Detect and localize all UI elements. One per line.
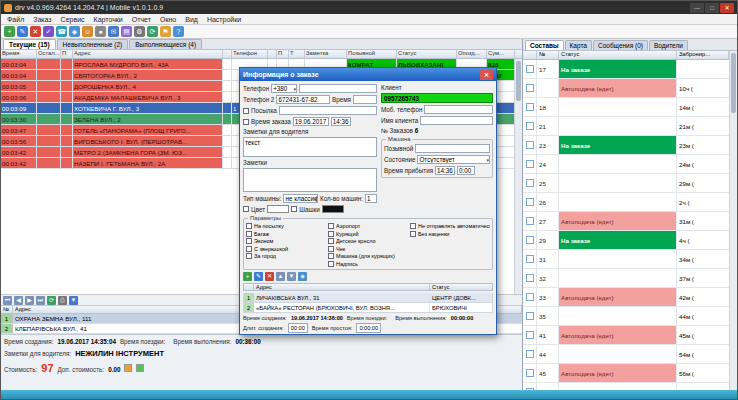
help-icon[interactable]: ? (173, 26, 184, 37)
param-option[interactable]: Детское кресло (328, 238, 408, 245)
driver-row[interactable]: 26 2ч ( (523, 193, 729, 212)
dialog-close-button[interactable]: ✕ (480, 70, 493, 80)
order-time-checkbox[interactable] (243, 119, 249, 125)
driver-row[interactable]: Автоподача (едет) 10ч ( (523, 79, 729, 98)
reports-icon[interactable]: ▤ (121, 26, 132, 37)
orders-vertical-scrollbar[interactable] (514, 59, 522, 294)
column-header[interactable]: Адрес (73, 50, 223, 58)
order-date-input[interactable]: 19.06.2017 (293, 117, 329, 126)
menu-item[interactable]: Окно (156, 16, 180, 23)
panel-tab[interactable]: Карта (565, 40, 592, 50)
driver-row[interactable]: 17 На заказе (523, 60, 729, 79)
column-header[interactable] (523, 51, 537, 59)
driver-row[interactable]: 33 Автоподача (едет) 42м ( (523, 288, 729, 307)
callsign-input[interactable] (415, 144, 490, 153)
checkers-checkbox[interactable] (291, 206, 297, 212)
client-name-input[interactable] (420, 116, 493, 125)
driver-row[interactable]: 18 14м ( (523, 98, 729, 117)
column-header[interactable]: Сум... (487, 50, 515, 58)
row-checkbox[interactable] (523, 364, 537, 382)
phone-input[interactable] (299, 84, 377, 93)
state-select[interactable]: Отсутствует (417, 155, 490, 164)
drivers-icon[interactable]: ● (95, 26, 106, 37)
refresh-icon[interactable]: ⟳ (147, 26, 158, 37)
parcel-input[interactable] (279, 106, 377, 115)
filter-icon[interactable]: ▼ (69, 296, 78, 305)
address-row[interactable]: 1 ЛИЧАКІВСЬКА ВУЛ., 31 ЦЕНТР (ДОВК... (243, 293, 493, 303)
maximize-button[interactable]: □ (705, 3, 719, 13)
param-checkbox[interactable] (246, 253, 252, 259)
driver-row[interactable]: 23 На заказе 23м ( (523, 136, 729, 155)
next-page-icon[interactable]: ▶ (25, 296, 34, 305)
param-checkbox[interactable] (246, 238, 252, 244)
param-option[interactable]: Надпись (328, 261, 408, 268)
column-header[interactable]: Телефон (232, 50, 268, 58)
param-option[interactable]: Без наценки (410, 231, 490, 238)
close-button[interactable]: ✕ (720, 3, 734, 13)
order-time-input[interactable]: 14:36 (331, 117, 351, 126)
column-header[interactable]: Т (289, 50, 305, 58)
param-checkbox[interactable] (246, 246, 252, 252)
move-up-icon[interactable]: ▲ (276, 272, 285, 281)
column-header[interactable]: № (537, 51, 559, 59)
row-checkbox[interactable] (523, 383, 537, 390)
column-header[interactable]: Время (1, 50, 37, 58)
time-input[interactable] (353, 95, 377, 104)
settings-icon[interactable]: ⚙ (134, 26, 145, 37)
column-header[interactable]: Остал... (37, 50, 61, 58)
param-option[interactable]: Машина (для курящих) (328, 253, 408, 260)
param-option[interactable]: С зверюшкой (246, 246, 326, 253)
car-count-stepper[interactable]: 1 (365, 194, 377, 203)
checkers-swatch[interactable] (322, 205, 344, 213)
add-address-icon[interactable]: + (243, 272, 252, 281)
param-option[interactable]: На посылку (246, 223, 326, 230)
driver-row[interactable]: 44 54м ( (523, 345, 729, 364)
driver-row[interactable]: 35 44м ( (523, 307, 729, 326)
mob-input[interactable] (424, 105, 493, 114)
param-option[interactable]: Эконом (246, 238, 326, 245)
prev-page-icon[interactable]: ◀ (14, 296, 23, 305)
column-header[interactable]: Позывной (347, 50, 397, 58)
flag-icon[interactable]: ⚑ (160, 26, 171, 37)
driver-row[interactable]: 45 Автоподача (едет) 56м ( (523, 364, 729, 383)
move-down-icon[interactable]: ▼ (287, 272, 296, 281)
param-option[interactable]: Не отправлять автоматически на заказ (410, 223, 490, 230)
row-checkbox[interactable] (523, 288, 537, 306)
menu-item[interactable]: Сервис (57, 16, 89, 23)
column-header[interactable] (223, 50, 232, 58)
param-checkbox[interactable] (328, 223, 334, 229)
row-checkbox[interactable] (523, 193, 537, 211)
color-swatch[interactable] (267, 205, 289, 213)
clients-icon[interactable]: ☺ (82, 26, 93, 37)
scrollbar-thumb[interactable] (516, 61, 521, 101)
row-checkbox[interactable] (523, 60, 537, 78)
column-header[interactable]: П (277, 50, 289, 58)
column-header[interactable]: Статус (397, 50, 457, 58)
driver-row[interactable]: 29 На заказе 4ч ( (523, 231, 729, 250)
column-header[interactable]: Опозд... (457, 50, 487, 58)
edit-order-icon[interactable]: ✎ (17, 26, 28, 37)
driver-row[interactable]: 21 21м ( (523, 117, 729, 136)
row-checkbox[interactable] (523, 174, 537, 192)
param-checkbox[interactable] (410, 231, 416, 237)
param-checkbox[interactable] (328, 246, 334, 252)
delete-address-icon[interactable]: ✕ (265, 272, 274, 281)
panel-tab[interactable]: Водители (649, 40, 688, 50)
column-header[interactable]: П (61, 50, 73, 58)
orders-tab[interactable]: Невыполненные (2) (57, 39, 129, 49)
row-checkbox[interactable] (523, 98, 537, 116)
param-checkbox[interactable] (246, 223, 252, 229)
phone-code-select[interactable]: +380 (271, 84, 297, 93)
param-checkbox[interactable] (328, 253, 334, 259)
driver-row[interactable]: 54 (523, 383, 729, 390)
messages-icon[interactable]: ✉ (108, 26, 119, 37)
map-icon[interactable]: ◈ (298, 272, 307, 281)
param-option[interactable]: За город (246, 253, 326, 260)
car-type-select[interactable]: не классифицирован (283, 194, 318, 203)
delete-order-icon[interactable]: ✕ (30, 26, 41, 37)
param-checkbox[interactable] (328, 238, 334, 244)
column-header[interactable]: Статус (559, 51, 677, 59)
panel-tab[interactable]: Сообщения (0) (593, 40, 648, 50)
driver-row[interactable]: 27 Автоподача (едет) 31м ( (523, 212, 729, 231)
driver-row[interactable]: 31 34м ( (523, 250, 729, 269)
